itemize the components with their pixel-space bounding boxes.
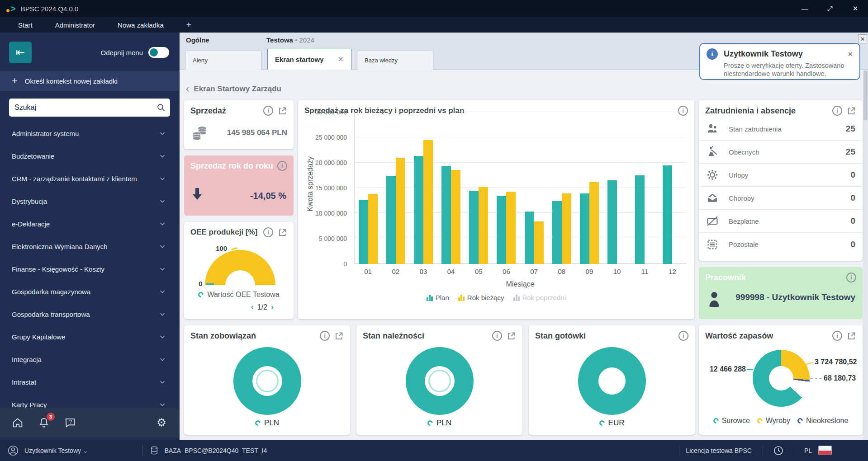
chevron-down-icon — [158, 378, 166, 386]
chevron-down-icon — [158, 174, 166, 183]
sidebar-item-finanse-księgowość-koszty[interactable]: Finanse - Księgowość - Koszty — [0, 258, 179, 280]
minimize-button[interactable]: — — [792, 0, 817, 17]
dashed-list-icon — [706, 238, 719, 251]
vertical-scrollbar[interactable] — [863, 70, 868, 440]
statusbar-language[interactable]: PL — [804, 447, 812, 454]
inventory-legend-item-surowce[interactable]: Surowce — [713, 417, 750, 425]
notification-popup: i Uzytkownik Testowy ✕ Proszę o weryfika… — [699, 43, 860, 80]
search-input[interactable] — [9, 103, 157, 112]
collapse-menu-button[interactable]: ⇤ — [9, 42, 32, 63]
bar-rok-bieżący — [451, 170, 460, 264]
new-tab-context-button[interactable]: + Określ kontekst nowej zakładki — [0, 71, 179, 91]
menu-item-start[interactable]: Start — [18, 21, 33, 29]
sun-icon — [706, 169, 719, 181]
sidebar-item-gospodarka-transportowa[interactable]: Gospodarka transportowa — [0, 303, 179, 325]
chevron-down-icon — [158, 310, 166, 318]
settings-button[interactable]: ⚙ — [155, 416, 168, 429]
external-link-icon[interactable] — [847, 106, 856, 116]
info-icon[interactable]: i — [846, 273, 856, 282]
sidebar-item-dystrybucja[interactable]: Dystrybucja — [0, 190, 179, 212]
statusbar-database: BAZA_BPSC@B2024Q40_TEST_I4 — [165, 447, 267, 454]
notification-close-icon[interactable]: ✕ — [847, 50, 853, 58]
app-window: > BPSC 2024.Q4.0.0 — ⤢ ✕ StartAdministra… — [0, 0, 868, 461]
legend-item-rok-bieżący[interactable]: Rok bieżący — [458, 294, 504, 301]
inventory-label-nieokreslone: 68 180,73 — [824, 374, 856, 382]
tab-close-icon[interactable]: ✕ — [338, 55, 344, 64]
statusbar-user[interactable]: Uzytkownik Testowy ⌄ — [24, 447, 88, 454]
envelope-plus-icon — [706, 192, 719, 204]
maximize-button[interactable]: ⤢ — [817, 0, 843, 17]
x-tick-label: 05 — [465, 268, 493, 275]
widget-zobowiazania: Stan zobowiązań i PLN — [184, 325, 350, 435]
legend-item-rok-poprzedni[interactable]: Rok poprzedni — [513, 294, 566, 301]
clock-icon[interactable] — [773, 445, 784, 456]
user-circle-icon — [7, 445, 19, 456]
menu-item-administrator[interactable]: Administrator — [55, 21, 95, 29]
external-link-icon[interactable] — [278, 106, 287, 116]
external-link-icon[interactable] — [507, 331, 516, 341]
bar-plan — [635, 175, 645, 264]
breadcrumb: ‹ Ekran Startowy Zarządu — [186, 83, 281, 95]
info-icon[interactable]: i — [492, 331, 502, 341]
sidebar-item-elektroniczna-wymiana-danych[interactable]: Elektroniczna Wymiana Danych — [0, 235, 179, 258]
sidebar-item-intrastat[interactable]: Intrastat — [0, 371, 179, 393]
poland-flag-icon[interactable] — [818, 446, 832, 455]
widget-zatrudnienia: Zatrudnienia i absencje i Stan zatrudnie… — [699, 100, 863, 261]
info-icon[interactable]: i — [832, 331, 842, 341]
help-bubble-icon: ? — [64, 416, 76, 429]
menu-item-nowa-zakładka[interactable]: Nowa zakładka — [118, 21, 164, 29]
employment-row: Bezpłatne 0 — [699, 210, 863, 233]
employment-row: Obecnych 25 — [699, 141, 863, 164]
tab-group-context[interactable]: Testowa • 2024 — [266, 36, 314, 44]
external-link-icon[interactable] — [847, 331, 856, 341]
tab-alerty[interactable]: Alerty — [185, 51, 261, 70]
legend-item-plan[interactable]: Plan — [427, 294, 449, 301]
sidebar-item-integracja[interactable]: Integracja — [0, 348, 179, 371]
unpin-menu-toggle[interactable] — [148, 47, 169, 58]
bar-plan — [580, 193, 589, 264]
page-next-icon[interactable]: › — [271, 302, 274, 312]
tab-ekran-startowy[interactable]: Ekran startowy ✕ — [267, 49, 351, 70]
inventory-legend-item-wyroby[interactable]: Wyroby — [757, 417, 790, 425]
inventory-legend-item-nieokreślone[interactable]: Nieokreślone — [797, 417, 848, 425]
sidebar-item-e-deklaracje[interactable]: e-Deklaracje — [0, 212, 179, 235]
close-tabset-button[interactable]: ✕ — [858, 34, 867, 43]
bar-plan — [552, 201, 562, 264]
info-circle-icon: i — [707, 48, 718, 60]
widget-title: Sprzedaż rok do roku — [190, 161, 273, 171]
external-link-icon[interactable] — [334, 331, 344, 341]
info-icon[interactable]: i — [263, 106, 273, 116]
back-chevron-icon[interactable]: ‹ — [186, 83, 189, 95]
tab-baza-wiedzy[interactable]: Baza wiedzy — [357, 51, 433, 70]
info-icon[interactable]: i — [320, 331, 330, 341]
notifications-button[interactable]: 3 — [37, 416, 51, 429]
info-icon[interactable]: i — [263, 227, 273, 237]
chevron-down-icon — [158, 333, 166, 341]
home-icon — [11, 416, 24, 429]
sidebar-item-administrator-systemu[interactable]: Administrator systemu — [0, 122, 179, 145]
close-button[interactable]: ✕ — [843, 0, 868, 17]
info-icon[interactable]: i — [678, 331, 688, 341]
x-tick-label: 02 — [382, 268, 409, 275]
chart-x-ticks: 010203040506070809101112 — [354, 268, 686, 275]
menu-item-new-tab-plus[interactable]: + — [186, 20, 191, 30]
info-icon[interactable]: i — [832, 106, 842, 116]
help-button[interactable]: ? — [63, 416, 77, 429]
sidebar-item-grupy-kapitałowe[interactable]: Grupy Kapitałowe — [0, 325, 179, 348]
widget-title: Sprzedaż — [190, 106, 226, 116]
home-button[interactable] — [11, 416, 24, 429]
tab-group-general[interactable]: Ogólne — [186, 36, 209, 44]
oee-gauge: 100 0 — [205, 250, 275, 285]
sidebar-item-gospodarka-magazynowa[interactable]: Gospodarka magazynowa — [0, 280, 179, 303]
coins-icon — [191, 124, 209, 142]
bar-plan — [386, 176, 396, 264]
sidebar-item-crm-zarządzanie-kontaktami-z-klientem[interactable]: CRM - zarządzanie kontaktami z klientem — [0, 167, 179, 190]
chart-legend: PlanRok bieżącyRok poprzedni — [298, 294, 694, 301]
sidebar-item-budżetowanie[interactable]: Budżetowanie — [0, 145, 179, 167]
info-icon[interactable]: i — [277, 161, 287, 171]
x-tick-label: 03 — [409, 268, 437, 275]
page-prev-icon[interactable]: ‹ — [251, 302, 254, 312]
widget-title: Stan zobowiązań — [190, 331, 256, 341]
widget-title: Wartość zapasów — [705, 331, 773, 341]
external-link-icon[interactable] — [278, 228, 287, 237]
